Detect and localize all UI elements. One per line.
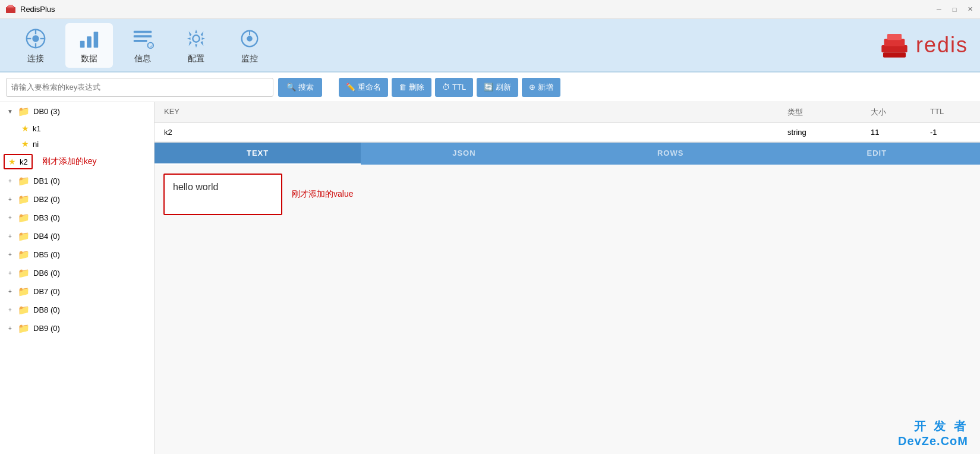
- expand-icon-db7: +: [6, 288, 14, 295]
- maximize-button[interactable]: □: [949, 4, 960, 15]
- svg-rect-2: [8, 5, 13, 7]
- db0-label: DB0 (3): [33, 107, 148, 116]
- folder-icon-db1: 📁: [18, 175, 30, 187]
- clock-icon: ⏱: [442, 83, 450, 92]
- value-tabs: TEXT JSON ROWS EDIT: [155, 143, 980, 165]
- key-table: KEY 类型 大小 TTL k2 string 11 -1: [155, 102, 980, 143]
- row-key: k2: [155, 128, 778, 137]
- search-icon: 🔍: [286, 83, 296, 92]
- refresh-icon: 🔄: [484, 83, 493, 92]
- col-header-type: 类型: [778, 107, 861, 118]
- folder-icon-db8: 📁: [18, 304, 30, 316]
- row-ttl: -1: [921, 128, 980, 137]
- svg-point-4: [32, 35, 39, 42]
- tab-edit[interactable]: EDIT: [774, 143, 980, 165]
- tab-text[interactable]: TEXT: [155, 143, 361, 165]
- delete-button[interactable]: 🗑 删除: [392, 78, 431, 97]
- star-icon-k2: ★: [8, 157, 16, 166]
- collapse-icon: ▼: [6, 108, 14, 115]
- titlebar-controls: ─ □ ✕: [934, 4, 975, 15]
- db2-label: DB2 (0): [33, 195, 148, 204]
- rename-button[interactable]: ✏️ 重命名: [339, 78, 388, 97]
- key-item-ni[interactable]: ★ ni: [0, 136, 154, 152]
- minimize-button[interactable]: ─: [934, 4, 944, 15]
- db7-label: DB7 (0): [33, 287, 148, 296]
- titlebar-left: RedisPlus: [5, 4, 55, 15]
- redis-brand-text: redis: [916, 33, 968, 58]
- navbar: 连接 数据 ✓: [0, 19, 980, 72]
- db-item-db7[interactable]: + 📁 DB7 (0): [0, 282, 154, 301]
- connect-icon: [23, 26, 48, 51]
- nav-item-info[interactable]: ✓ 信息: [119, 23, 166, 68]
- key-table-header: KEY 类型 大小 TTL: [155, 102, 980, 123]
- folder-icon-db6: 📁: [18, 267, 30, 279]
- db-item-db3[interactable]: + 📁 DB3 (0): [0, 209, 154, 227]
- expand-icon-db2: +: [6, 196, 14, 203]
- folder-icon-db9: 📁: [18, 323, 30, 334]
- db1-label: DB1 (0): [33, 176, 148, 185]
- value-content: hello world 刚才添加的value: [155, 165, 980, 454]
- db-item-db0[interactable]: ▼ 📁 DB0 (3): [0, 102, 154, 121]
- key-table-row: k2 string 11 -1: [155, 123, 980, 142]
- value-text: hello world: [173, 182, 218, 192]
- close-button[interactable]: ✕: [965, 4, 975, 15]
- folder-icon-db3: 📁: [18, 212, 30, 223]
- titlebar: RedisPlus ─ □ ✕: [0, 0, 980, 19]
- nav-item-config[interactable]: 配置: [172, 23, 220, 68]
- key-item-k2-row: ★ k2 刚才添加的key: [0, 153, 154, 171]
- svg-text:✓: ✓: [150, 43, 154, 49]
- db8-label: DB8 (0): [33, 305, 148, 314]
- nav-items: 连接 数据 ✓: [12, 23, 273, 68]
- info-icon: ✓: [130, 26, 155, 51]
- value-annotation: 刚才添加的value: [292, 189, 353, 200]
- col-header-size: 大小: [861, 107, 921, 118]
- add-icon: ⊕: [529, 83, 535, 92]
- star-icon-ni: ★: [21, 139, 29, 149]
- search-input[interactable]: [6, 78, 273, 97]
- app-icon: [5, 4, 17, 15]
- content-area: KEY 类型 大小 TTL k2 string 11 -1 TEXT JSON …: [155, 102, 980, 454]
- main-layout: ▼ 📁 DB0 (3) ★ k1 ★ ni ★ k2 刚才添加的key + 📁 …: [0, 102, 980, 454]
- add-button[interactable]: ⊕ 新增: [522, 78, 560, 97]
- ttl-button[interactable]: ⏱ TTL: [435, 78, 473, 97]
- folder-icon-db4: 📁: [18, 231, 30, 242]
- expand-icon-db5: +: [6, 251, 14, 258]
- nav-item-monitor[interactable]: 监控: [226, 23, 273, 68]
- svg-rect-22: [881, 45, 907, 52]
- db-item-db6[interactable]: + 📁 DB6 (0): [0, 264, 154, 282]
- db-item-db1[interactable]: + 📁 DB1 (0): [0, 172, 154, 190]
- nav-label-info: 信息: [134, 53, 151, 64]
- db4-label: DB4 (0): [33, 232, 148, 241]
- config-icon: [184, 26, 209, 51]
- expand-icon-db8: +: [6, 307, 14, 313]
- nav-label-connect: 连接: [27, 53, 44, 64]
- watermark-line2: DevZe.CoM: [898, 434, 968, 448]
- db-item-db4[interactable]: + 📁 DB4 (0): [0, 227, 154, 245]
- refresh-button[interactable]: 🔄 刷新: [477, 78, 518, 97]
- db-item-db8[interactable]: + 📁 DB8 (0): [0, 301, 154, 319]
- col-header-ttl: TTL: [921, 107, 980, 118]
- db-item-db2[interactable]: + 📁 DB2 (0): [0, 190, 154, 209]
- tab-json[interactable]: JSON: [361, 143, 567, 165]
- action-buttons: ✏️ 重命名 🗑 删除 ⏱ TTL 🔄 刷新 ⊕ 新增: [339, 78, 560, 97]
- folder-icon-db5: 📁: [18, 249, 30, 260]
- key-item-k1[interactable]: ★ k1: [0, 121, 154, 136]
- tab-rows[interactable]: ROWS: [568, 143, 774, 165]
- expand-icon-db3: +: [6, 215, 14, 221]
- folder-icon-db2: 📁: [18, 194, 30, 205]
- db5-label: DB5 (0): [33, 250, 148, 259]
- svg-rect-24: [887, 34, 902, 40]
- search-button[interactable]: 🔍 搜索: [278, 78, 322, 97]
- nav-item-connect[interactable]: 连接: [12, 23, 59, 68]
- key-label-ni: ni: [33, 140, 39, 149]
- db-item-db9[interactable]: + 📁 DB9 (0): [0, 319, 154, 338]
- sidebar: ▼ 📁 DB0 (3) ★ k1 ★ ni ★ k2 刚才添加的key + 📁 …: [0, 102, 155, 454]
- nav-label-monitor: 监控: [241, 53, 258, 64]
- db-item-db5[interactable]: + 📁 DB5 (0): [0, 245, 154, 264]
- key-item-k2[interactable]: ★ k2: [4, 154, 33, 169]
- expand-icon-db4: +: [6, 233, 14, 239]
- row-type: string: [778, 128, 861, 137]
- watermark: 开 发 者 DevZe.CoM: [898, 418, 968, 448]
- redis-logo: redis: [879, 30, 968, 61]
- nav-item-data[interactable]: 数据: [65, 23, 113, 68]
